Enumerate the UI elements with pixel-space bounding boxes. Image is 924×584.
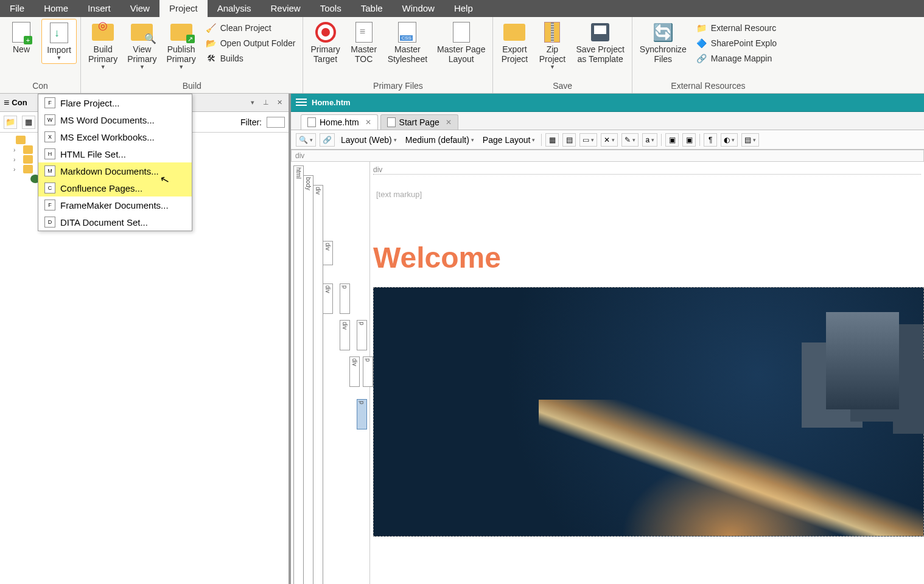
tag-divp[interactable]: div	[340, 320, 350, 350]
primary-target-button[interactable]: Primary Target	[307, 19, 343, 66]
page-heading[interactable]: Welcome	[373, 241, 501, 274]
menu-insert[interactable]: Insert	[78, 0, 121, 17]
master-stylesheet-button[interactable]: Master Stylesheet	[384, 19, 431, 66]
tag-divp[interactable]: div	[323, 283, 333, 314]
group-external-label: External Resources	[636, 80, 780, 93]
paragraph-marks-icon[interactable]: ¶	[704, 133, 717, 147]
menu-bar: File Home Insert View Project Analysis R…	[0, 0, 924, 17]
tab-start-page[interactable]: Start Page✕	[380, 114, 458, 130]
master-toc-button[interactable]: Master TOC	[346, 19, 382, 66]
menu-tools[interactable]: Tools	[310, 0, 351, 17]
menu-home[interactable]: Home	[34, 0, 78, 17]
tool-c-icon[interactable]: ▭	[579, 133, 597, 147]
tag-p[interactable]: p	[357, 320, 367, 350]
save-template-button[interactable]: Save Project as Template	[572, 19, 628, 66]
tag-p-selected[interactable]: p	[357, 399, 367, 429]
open-output-button[interactable]: 📂Open Output Folder	[202, 36, 299, 50]
external-resources-button[interactable]: 📁External Resourc	[693, 21, 780, 35]
pane-menu-icon[interactable]: ▾	[247, 97, 258, 108]
folder-icon	[23, 155, 33, 164]
hamburger-icon[interactable]: ≡	[4, 97, 9, 108]
folder-icon	[23, 165, 33, 173]
tag-body[interactable]: body	[303, 175, 313, 584]
folder-icon	[16, 136, 26, 144]
medium-dropdown[interactable]: Medium (default)	[403, 133, 477, 147]
view-primary-label: View Primary	[127, 44, 156, 64]
tool-a-icon[interactable]: ▦	[545, 133, 559, 147]
close-tab-icon[interactable]: ✕	[446, 118, 452, 127]
tag-div[interactable]: div	[313, 185, 323, 584]
tag-p[interactable]: p	[340, 283, 350, 314]
sharepoint-icon: 🔷	[696, 38, 707, 49]
close-icon[interactable]: ✕	[274, 97, 285, 108]
flare-project-icon: F	[44, 97, 55, 108]
import-word[interactable]: WMS Word Documents...	[38, 111, 192, 128]
import-excel[interactable]: XMS Excel Workbooks...	[38, 128, 192, 145]
tool-i-icon[interactable]: ◐	[721, 133, 738, 147]
link-button[interactable]: 🔗	[320, 133, 335, 147]
zoom-button[interactable]: 🔍	[296, 133, 316, 147]
import-dita[interactable]: DDITA Document Set...	[38, 214, 192, 231]
tool-d-icon[interactable]: ✕	[601, 133, 618, 147]
page-layout-dropdown[interactable]: Page Layout	[480, 133, 538, 147]
import-flare-project[interactable]: FFlare Project...	[38, 94, 192, 111]
import-button[interactable]: Import ▼	[41, 19, 77, 64]
document-canvas[interactable]: div [text markup] Welcome	[370, 162, 924, 584]
tool-j-icon[interactable]: ▤	[741, 133, 759, 147]
close-tab-icon[interactable]: ✕	[365, 118, 371, 127]
save-icon	[588, 21, 612, 43]
zip-project-button[interactable]: Zip Project▼	[534, 19, 570, 72]
breadcrumb-bar: div	[291, 150, 924, 162]
synchronize-files-button[interactable]: 🔄Synchronize Files	[636, 19, 690, 66]
tool-f-icon[interactable]: a	[642, 133, 657, 147]
layout-dropdown[interactable]: Layout (Web)	[338, 133, 399, 147]
import-html[interactable]: HHTML File Set...	[38, 145, 192, 162]
menu-help[interactable]: Help	[444, 0, 483, 17]
builds-button[interactable]: 🛠Builds	[202, 52, 299, 65]
tab-home[interactable]: Home.htm✕	[301, 114, 378, 130]
folder-icon	[23, 145, 33, 154]
excel-icon: X	[44, 131, 55, 142]
tool-folder-icon[interactable]: 📁	[4, 116, 17, 129]
tool-g-icon[interactable]: ▣	[665, 133, 679, 147]
menu-table[interactable]: Table	[351, 0, 393, 17]
hamburger-icon[interactable]	[296, 99, 307, 107]
tool-h-icon[interactable]: ▣	[682, 133, 696, 147]
hero-image[interactable]	[373, 287, 924, 537]
menu-review[interactable]: Review	[261, 0, 310, 17]
manage-mappings-button[interactable]: 🔗Manage Mappin	[693, 52, 780, 65]
export-project-button[interactable]: Export Project	[497, 19, 532, 66]
tag-html[interactable]: html	[293, 165, 304, 584]
import-icon	[47, 22, 71, 44]
import-dd-icon: ▼	[57, 55, 62, 61]
menu-view[interactable]: View	[121, 0, 159, 17]
structure-bar: html body div div div p div p div p p	[291, 162, 370, 584]
new-label: New	[13, 44, 30, 54]
build-primary-button[interactable]: Build Primary ▼	[85, 19, 121, 72]
clean-project-button[interactable]: 🧹Clean Project	[202, 21, 299, 35]
pin-icon[interactable]: ⊥	[261, 97, 271, 108]
import-framemaker[interactable]: FFrameMaker Documents...	[38, 196, 192, 214]
view-primary-button[interactable]: View Primary ▼	[124, 19, 160, 72]
new-button[interactable]: New	[4, 19, 39, 57]
menu-analysis[interactable]: Analysis	[208, 0, 261, 17]
tool-e-icon[interactable]: ✎	[621, 133, 639, 147]
group-save-label: Save	[497, 80, 628, 93]
new-page-icon	[9, 21, 33, 43]
dita-icon: D	[44, 217, 55, 228]
tag-divp[interactable]: div	[349, 356, 360, 387]
master-page-layout-button[interactable]: Master Page Layout	[433, 19, 489, 66]
content-explorer-pane: ≡ Con ▾ ⊥ ✕ 📁 ▦ ⊞ ⊟ ↻ ↑ ✚ ✔ Filter: › › …	[0, 94, 291, 584]
menu-window[interactable]: Window	[393, 0, 444, 17]
breadcrumb: div	[295, 151, 304, 160]
publish-primary-button[interactable]: Publish Primary ▼	[163, 19, 199, 72]
menu-project[interactable]: Project	[159, 0, 208, 17]
filter-dropdown[interactable]	[267, 117, 285, 128]
tool-b-icon[interactable]: ▤	[562, 133, 576, 147]
zip-icon	[540, 21, 564, 43]
tool-show-files-icon[interactable]: ▦	[22, 116, 35, 129]
tag-div[interactable]: div	[323, 241, 333, 265]
menu-file[interactable]: File	[0, 0, 34, 17]
target-icon	[313, 21, 338, 43]
sharepoint-button[interactable]: 🔷SharePoint Explo	[693, 36, 780, 50]
